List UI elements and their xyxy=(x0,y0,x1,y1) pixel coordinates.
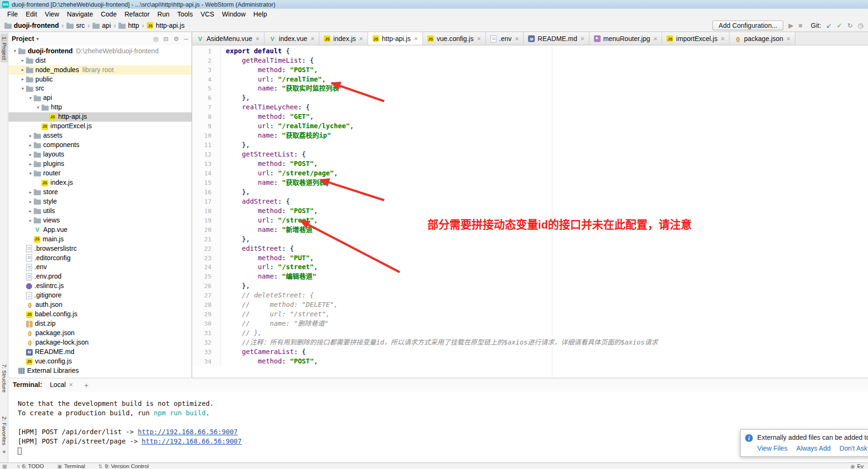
terminal-link[interactable]: http://192.168.66.56:9007 xyxy=(142,437,242,445)
chevron-right-icon[interactable]: ▸ xyxy=(19,65,26,74)
breadcrumb-item-http[interactable]: http xyxy=(119,22,139,29)
tab-importExcel.js[interactable]: JSimportExcel.js× xyxy=(662,32,730,45)
tab-index.vue[interactable]: Vindex.vue× xyxy=(265,32,320,45)
tree-item-.env.prod[interactable]: .env.prod xyxy=(8,272,192,281)
tree-item-App.vue[interactable]: VApp.vue xyxy=(8,225,192,235)
tree-item-http[interactable]: ▾http xyxy=(8,103,192,112)
chevron-right-icon[interactable]: ▸ xyxy=(27,206,34,216)
tab-package.json[interactable]: {}package.json× xyxy=(730,32,795,45)
project-panel-title[interactable]: Project xyxy=(12,35,34,42)
chevron-down-icon[interactable]: ▾ xyxy=(36,36,39,41)
tree-item-main.js[interactable]: JSmain.js xyxy=(8,235,192,244)
tree-item-layouts[interactable]: ▸layouts xyxy=(8,150,192,159)
breadcrumb-item-duoji-frontend[interactable]: duoji-frontend xyxy=(4,22,58,29)
toolwindow-structure-button[interactable]: 7: Structure xyxy=(0,361,8,395)
close-icon[interactable]: × xyxy=(69,381,73,389)
tree-item-store[interactable]: ▸store xyxy=(8,188,192,197)
close-icon[interactable]: × xyxy=(477,35,481,42)
tree-item-duoji-frontend[interactable]: ▾duoji-frontendD:\zheheWeb\duoji-fronten… xyxy=(8,47,192,56)
close-icon[interactable]: × xyxy=(256,35,259,42)
notification-link-always-add[interactable]: Always Add xyxy=(796,444,831,452)
tree-item-public[interactable]: ▸public xyxy=(8,74,192,84)
chevron-right-icon[interactable]: ▸ xyxy=(27,140,34,150)
breadcrumb-item-api[interactable]: api xyxy=(92,22,111,29)
tree-item-auth.json[interactable]: {}auth.json xyxy=(8,300,192,310)
close-icon[interactable]: × xyxy=(786,35,790,42)
event-log-button[interactable]: ◉Ev xyxy=(851,463,864,469)
tree-item-babel.config.js[interactable]: JSbabel.config.js xyxy=(8,310,192,319)
breadcrumb-item-src[interactable]: src xyxy=(67,22,85,29)
run-icon[interactable]: ▶ xyxy=(788,22,793,29)
menu-file[interactable]: File xyxy=(3,10,22,18)
chevron-right-icon[interactable]: ▸ xyxy=(19,74,26,84)
toolwindow-project-button[interactable]: 1: Project xyxy=(0,34,8,63)
tree-item-index.js[interactable]: JSindex.js xyxy=(8,178,192,188)
tree-item-api[interactable]: ▾api xyxy=(8,93,192,103)
menu-tools[interactable]: Tools xyxy=(174,10,197,18)
tree-item-http-api.js[interactable]: JShttp-api.js xyxy=(8,112,192,122)
menu-window[interactable]: Window xyxy=(218,10,250,18)
tree-item-.gitignore[interactable]: .gitignore xyxy=(8,291,192,300)
chevron-down-icon[interactable]: ▾ xyxy=(35,103,42,112)
tree-item-vue.config.js[interactable]: JSvue.config.js xyxy=(8,357,192,366)
add-configuration-button[interactable]: Add Configuration... xyxy=(712,20,783,30)
terminal-link[interactable]: http://192.168.66.56:9007 xyxy=(138,428,238,436)
notification-link-don-t-ask-agai[interactable]: Don't Ask Agai xyxy=(840,444,868,452)
collapse-all-icon[interactable]: ⊟ xyxy=(163,35,168,42)
chevron-right-icon[interactable]: ▸ xyxy=(27,131,34,140)
tree-item-importExcel.js[interactable]: JSimportExcel.js xyxy=(8,122,192,131)
menu-navigate[interactable]: Navigate xyxy=(63,10,97,18)
tab-vue.config.js[interactable]: JSvue.config.js× xyxy=(423,32,485,45)
close-icon[interactable]: × xyxy=(581,35,584,42)
close-icon[interactable]: × xyxy=(310,35,314,42)
menu-help[interactable]: Help xyxy=(250,10,271,18)
chevron-down-icon[interactable]: ▾ xyxy=(12,47,18,56)
close-icon[interactable]: × xyxy=(721,35,725,42)
tree-item-External Libraries[interactable]: External Libraries xyxy=(8,366,192,376)
tab-README.md[interactable]: MREADME.md× xyxy=(524,32,589,45)
notification-link-view-files[interactable]: View Files xyxy=(757,444,787,452)
tree-item-.env[interactable]: .env xyxy=(8,263,192,272)
tree-item-assets[interactable]: ▸assets xyxy=(8,131,192,140)
new-terminal-button[interactable]: + xyxy=(81,380,92,389)
tree-item-router[interactable]: ▾router xyxy=(8,169,192,178)
close-icon[interactable]: × xyxy=(653,35,657,42)
tree-item-README.md[interactable]: MREADME.md xyxy=(8,347,192,357)
tree-item-node_modules[interactable]: ▸node_moduleslibrary root xyxy=(8,65,192,74)
tree-item-components[interactable]: ▸components xyxy=(8,140,192,150)
menu-view[interactable]: View xyxy=(41,10,63,18)
terminal-output[interactable]: Note that the development build is not o… xyxy=(8,392,868,456)
locate-file-icon[interactable]: ◎ xyxy=(153,35,158,42)
git-rollback-icon[interactable]: ↻ xyxy=(847,22,853,29)
menu-run[interactable]: Run xyxy=(153,10,173,18)
tree-item-package-lock.json[interactable]: {}package-lock.json xyxy=(8,338,192,347)
gear-icon[interactable]: ⚙ xyxy=(174,35,179,42)
tab-menuRouter.jpg[interactable]: menuRouter.jpg× xyxy=(589,32,662,45)
git-history-icon[interactable]: ◷ xyxy=(858,22,863,29)
tab-http-api.js[interactable]: JShttp-api.js× xyxy=(368,32,423,45)
tree-item-plugins[interactable]: ▸plugins xyxy=(8,159,192,169)
chevron-right-icon[interactable]: ▸ xyxy=(27,197,34,206)
close-icon[interactable]: × xyxy=(515,35,519,42)
tree-item-.browserslistrc[interactable]: .browserslistrc xyxy=(8,244,192,254)
chevron-right-icon[interactable]: ▸ xyxy=(19,56,26,66)
breadcrumb-item-http-api.js[interactable]: JShttp-api.js xyxy=(147,22,184,29)
chevron-down-icon[interactable]: ▾ xyxy=(27,93,34,103)
hide-panel-icon[interactable]: ─ xyxy=(184,35,188,42)
toolwindow-favorites-button[interactable]: 2: Favorites xyxy=(0,414,8,448)
chevron-right-icon[interactable]: ▸ xyxy=(27,159,34,169)
tree-item-views[interactable]: ▸views xyxy=(8,216,192,225)
close-icon[interactable]: × xyxy=(359,35,363,42)
tab-AsideMenu.vue[interactable]: VAsideMenu.vue× xyxy=(192,32,264,45)
tab-index.js[interactable]: JSindex.js× xyxy=(319,32,368,45)
tab-.env[interactable]: .env× xyxy=(486,32,524,45)
terminal-tab-local[interactable]: Local × xyxy=(45,381,77,389)
tree-item-style[interactable]: ▸style xyxy=(8,197,192,206)
chevron-right-icon[interactable]: ▸ xyxy=(27,216,34,225)
chevron-down-icon[interactable]: ▾ xyxy=(19,84,26,93)
menu-code[interactable]: Code xyxy=(97,10,121,18)
git-commit-icon[interactable]: ✓ xyxy=(837,22,843,29)
menu-refactor[interactable]: Refactor xyxy=(121,10,154,18)
terminal-cursor[interactable] xyxy=(18,447,22,454)
chevron-down-icon[interactable]: ▾ xyxy=(27,169,34,178)
